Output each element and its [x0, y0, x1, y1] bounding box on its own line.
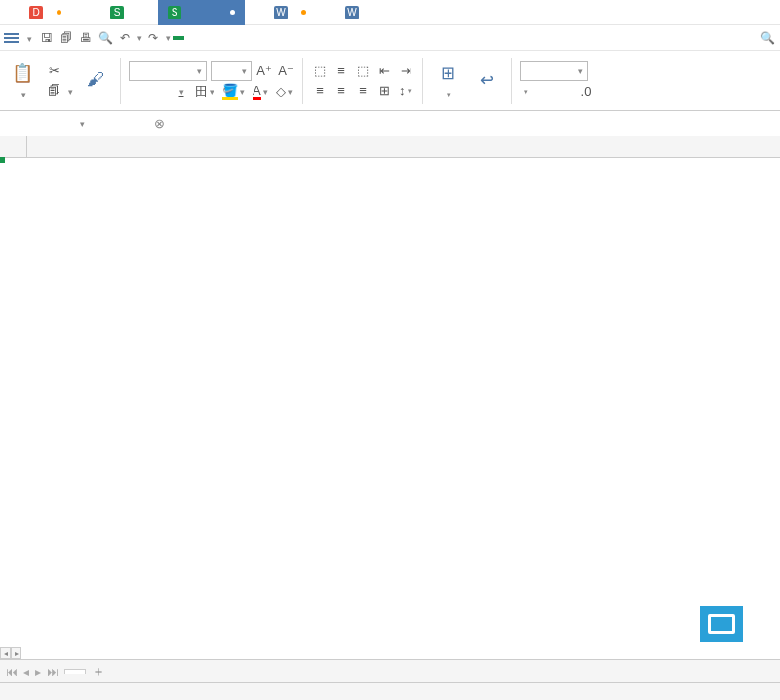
- title-tabs: D S S W W: [0, 0, 780, 25]
- align-bottom-icon[interactable]: ⬚: [354, 62, 371, 80]
- indent-left-icon[interactable]: ⇤: [375, 62, 393, 80]
- column-headers: [0, 136, 780, 158]
- orientation-button[interactable]: ↕▾: [397, 82, 414, 99]
- indent-right-icon[interactable]: ⇥: [397, 62, 414, 80]
- sheet-tab-bar: ⏮ ◂ ▸ ⏭ ＋: [0, 659, 780, 682]
- paste-icon: 📋: [10, 61, 35, 85]
- watermark-logo-icon: [700, 606, 743, 642]
- increase-font-icon[interactable]: A⁺: [255, 62, 273, 80]
- align-middle-icon[interactable]: ≡: [332, 62, 350, 80]
- wrap-icon: ↩: [474, 68, 499, 92]
- redo-dropdown[interactable]: ▾: [166, 33, 171, 43]
- daoke-icon: D: [29, 6, 43, 19]
- tab-doc2[interactable]: W: [335, 0, 373, 25]
- document-icon: W: [274, 6, 288, 19]
- spreadsheet-icon: S: [168, 6, 181, 19]
- font-size-select[interactable]: ▾: [211, 61, 252, 81]
- document-icon: W: [345, 6, 359, 19]
- distribute-icon[interactable]: ⊞: [375, 82, 393, 99]
- formula-input[interactable]: [174, 111, 780, 136]
- save-as-icon[interactable]: 🗐: [58, 29, 75, 47]
- currency-button[interactable]: ▾: [520, 83, 530, 100]
- last-sheet-icon[interactable]: ⏭: [47, 665, 58, 679]
- ribbon-tab-start[interactable]: [173, 36, 184, 40]
- modified-dot-icon: [301, 10, 306, 15]
- name-box[interactable]: ▾: [0, 111, 136, 136]
- align-left-icon[interactable]: ≡: [311, 82, 329, 99]
- status-bar: [0, 682, 780, 700]
- tab-calendar[interactable]: S: [100, 0, 138, 25]
- app-menu-icon[interactable]: [4, 33, 20, 43]
- print-icon[interactable]: 🖶: [77, 29, 95, 47]
- formula-bar: ▾ ⊗: [0, 111, 780, 136]
- sheet-scroll-left: ◂ ▸: [0, 647, 21, 659]
- preview-icon[interactable]: 🔍: [97, 29, 114, 47]
- font-name-select[interactable]: ▾: [129, 61, 207, 81]
- file-menu[interactable]: ▾: [21, 31, 36, 45]
- increase-decimal-icon[interactable]: .0: [577, 83, 595, 100]
- paste-button[interactable]: 📋 ▾: [6, 61, 39, 100]
- add-sheet-icon[interactable]: ＋: [92, 663, 105, 681]
- search-icon[interactable]: 🔍: [759, 29, 776, 47]
- decrease-font-icon[interactable]: A⁻: [277, 62, 294, 80]
- copy-button[interactable]: ▾: [66, 84, 73, 97]
- brush-icon: 🖌: [83, 68, 108, 92]
- percent-button[interactable]: [534, 83, 552, 100]
- border-button[interactable]: 田▾: [193, 83, 216, 100]
- select-all-corner[interactable]: [0, 136, 27, 157]
- scroll-left-icon[interactable]: ◂: [0, 647, 11, 659]
- scroll-right-icon[interactable]: ▸: [11, 647, 21, 659]
- undo-icon[interactable]: ↶: [116, 29, 134, 47]
- underline-button[interactable]: ▾: [172, 83, 189, 100]
- menu-bar: ▾ 🖫 🗐 🖶 🔍 ↶ ▾ ↷ ▾ 🔍: [0, 25, 780, 51]
- tab-wps[interactable]: [0, 0, 20, 25]
- thousands-button[interactable]: [556, 83, 573, 100]
- clear-format-button[interactable]: ◇▾: [274, 83, 294, 100]
- notification-dot-icon: [57, 10, 61, 15]
- next-sheet-icon[interactable]: ▸: [35, 665, 41, 679]
- cancel-formula-icon[interactable]: ⊗: [150, 115, 168, 133]
- prev-sheet-icon[interactable]: ◂: [23, 665, 29, 679]
- spreadsheet-icon: S: [110, 6, 124, 19]
- font-color-button[interactable]: A▾: [251, 83, 270, 100]
- copy-icon[interactable]: 🗐: [45, 82, 62, 99]
- active-cell-outline: [0, 158, 4, 162]
- tab-doc1[interactable]: W: [264, 0, 316, 25]
- save-icon[interactable]: 🖫: [38, 29, 56, 47]
- align-right-icon[interactable]: ≡: [354, 82, 371, 99]
- italic-button[interactable]: [150, 83, 168, 100]
- tab-daoke[interactable]: D: [20, 0, 71, 25]
- align-center-icon[interactable]: ≡: [332, 82, 350, 99]
- ribbon: 📋 ▾ ✂ 🗐▾ 🖌 ▾ ▾ A⁺ A⁻ ▾ 田▾ 🪣▾ A▾ ◇▾ ⬚ ≡: [0, 51, 780, 111]
- fill-color-button[interactable]: 🪣▾: [220, 83, 247, 100]
- spreadsheet: [0, 136, 780, 158]
- bold-button[interactable]: [129, 83, 146, 100]
- format-painter-button[interactable]: 🖌: [79, 68, 112, 94]
- merge-center-button[interactable]: ⊞ ▾: [431, 61, 464, 100]
- modified-dot-icon: [230, 10, 235, 15]
- tab-workbook-active[interactable]: S: [158, 0, 245, 25]
- redo-icon[interactable]: ↷: [144, 29, 162, 47]
- first-sheet-icon[interactable]: ⏮: [6, 665, 18, 679]
- cut-icon[interactable]: ✂: [45, 62, 62, 80]
- merge-icon: ⊞: [435, 61, 460, 85]
- watermark: [700, 606, 751, 642]
- undo-dropdown[interactable]: ▾: [137, 33, 142, 43]
- sheet-tab[interactable]: [64, 669, 86, 674]
- number-format-select[interactable]: ▾: [520, 61, 588, 81]
- wrap-text-button[interactable]: ↩: [470, 68, 503, 94]
- align-top-icon[interactable]: ⬚: [311, 62, 329, 80]
